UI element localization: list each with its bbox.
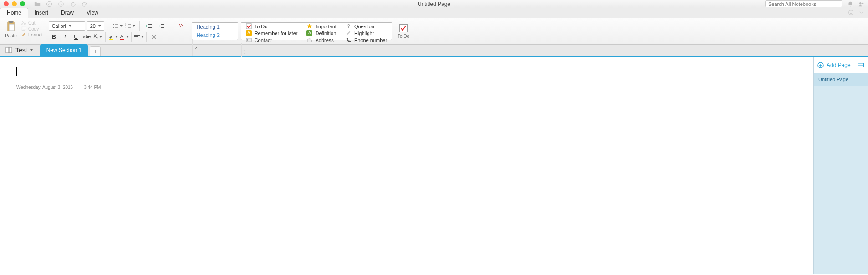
quick-access-toolbar xyxy=(34,1,88,7)
underline-button[interactable]: U xyxy=(71,32,82,42)
delete-x-icon xyxy=(151,34,157,40)
font-color-button[interactable]: A xyxy=(118,32,129,42)
tag-highlight[interactable]: Highlight xyxy=(341,30,392,36)
svg-point-13 xyxy=(113,24,114,25)
cut-label: Cut xyxy=(28,21,36,26)
svg-rect-48 xyxy=(863,63,864,67)
notebook-dropdown[interactable]: Test xyxy=(4,45,37,56)
format-label: Format xyxy=(28,32,43,37)
numbering-icon: 123 xyxy=(125,23,132,29)
svg-rect-42 xyxy=(6,47,9,53)
svg-rect-25 xyxy=(148,24,152,25)
delete-button[interactable] xyxy=(148,32,159,42)
add-section-button[interactable]: + xyxy=(90,46,101,56)
tab-home[interactable]: Home xyxy=(0,8,28,18)
svg-rect-14 xyxy=(115,24,118,24)
tag-address[interactable]: Address xyxy=(302,36,341,43)
tab-view[interactable]: View xyxy=(80,8,105,18)
forward-icon xyxy=(58,1,64,7)
checkbox-icon xyxy=(246,23,252,29)
todo-group: To Do xyxy=(395,20,415,43)
tags-group: To Do ARemember for later Contact Import… xyxy=(241,22,392,40)
window-controls xyxy=(4,1,25,6)
svg-text:3: 3 xyxy=(125,26,127,29)
highlighter-icon xyxy=(108,34,114,40)
clear-formatting-button[interactable]: A xyxy=(175,21,186,31)
copy-button: Copy xyxy=(21,26,43,31)
tag-important[interactable]: Important xyxy=(302,23,341,30)
page-canvas[interactable]: Wednesday, August 3, 2016 3:44 PM xyxy=(0,57,813,274)
svg-point-5 xyxy=(852,12,852,12)
highlight-color-button[interactable] xyxy=(107,32,118,42)
paste-button[interactable]: Paste xyxy=(3,20,19,38)
add-page-button[interactable]: Add Page xyxy=(814,57,868,73)
styles-expand-button[interactable] xyxy=(192,39,199,56)
page-date: Wednesday, August 3, 2016 xyxy=(16,85,73,90)
font-size-value: 20 xyxy=(90,23,96,29)
style-heading2[interactable]: Heading 2 xyxy=(192,31,238,39)
outdent-button[interactable] xyxy=(143,21,154,31)
svg-point-3 xyxy=(849,10,853,15)
svg-point-40 xyxy=(247,39,248,41)
tag-todo[interactable]: To Do xyxy=(241,23,302,30)
chevron-right-icon xyxy=(243,50,247,54)
add-page-label: Add Page xyxy=(827,62,851,68)
section-tab[interactable]: New Section 1 xyxy=(40,44,88,56)
numbered-list-button[interactable]: 123 xyxy=(125,21,136,31)
share-icon[interactable] xyxy=(858,1,864,7)
chevron-down-icon xyxy=(115,36,118,38)
svg-rect-20 xyxy=(128,24,131,24)
svg-rect-32 xyxy=(109,39,113,40)
contact-card-icon xyxy=(246,37,252,43)
svg-point-4 xyxy=(850,12,850,12)
font-size-combo[interactable]: 20 xyxy=(87,21,104,31)
page-list-icon[interactable] xyxy=(858,62,864,68)
tag-label: Question xyxy=(354,24,374,29)
italic-button[interactable]: I xyxy=(60,32,71,42)
feedback-icon[interactable] xyxy=(848,10,854,16)
notifications-icon[interactable] xyxy=(847,1,853,7)
page-title-input[interactable] xyxy=(16,67,117,81)
tag-phone[interactable]: Phone number xyxy=(341,36,392,43)
tag-label: Remember for later xyxy=(255,31,298,36)
back-icon[interactable] xyxy=(46,1,52,7)
align-button[interactable] xyxy=(133,32,144,42)
minimize-window-icon[interactable] xyxy=(12,1,17,6)
maximize-window-icon[interactable] xyxy=(20,1,25,6)
strikethrough-button[interactable]: abe xyxy=(82,32,92,42)
tag-question[interactable]: ?Question xyxy=(341,23,392,30)
todo-button[interactable] xyxy=(399,24,408,32)
copy-icon xyxy=(21,26,26,31)
indent-button[interactable] xyxy=(156,21,167,31)
tab-insert[interactable]: Insert xyxy=(28,8,55,18)
open-file-icon[interactable] xyxy=(34,1,41,7)
scissors-icon xyxy=(21,20,26,26)
phone-icon xyxy=(346,37,352,43)
bold-button[interactable]: B xyxy=(49,32,60,42)
undo-icon[interactable] xyxy=(70,1,76,7)
svg-rect-43 xyxy=(9,47,12,53)
redo-icon[interactable] xyxy=(82,1,88,7)
notebook-name: Test xyxy=(15,47,27,54)
tag-label: Highlight xyxy=(354,31,374,36)
svg-point-15 xyxy=(113,26,114,26)
tag-contact[interactable]: Contact xyxy=(241,36,302,43)
chevron-down-icon xyxy=(30,49,33,51)
tag-definition[interactable]: ADefinition xyxy=(302,30,341,36)
collapse-ribbon-icon[interactable] xyxy=(858,10,864,16)
svg-rect-35 xyxy=(134,35,140,36)
format-painter-button[interactable]: Format xyxy=(21,32,43,37)
outdent-icon xyxy=(146,23,152,29)
close-window-icon[interactable] xyxy=(4,1,9,6)
subscript-button[interactable]: X2 xyxy=(92,32,103,42)
tag-remember[interactable]: ARemember for later xyxy=(241,30,302,36)
chevron-right-icon xyxy=(194,46,198,50)
tab-draw[interactable]: Draw xyxy=(55,8,80,18)
page-list-item[interactable]: Untitled Page xyxy=(814,73,868,86)
window-title: Untitled Page xyxy=(418,1,450,7)
bullet-list-button[interactable] xyxy=(112,21,123,31)
svg-rect-16 xyxy=(115,26,118,26)
style-heading1[interactable]: Heading 1 xyxy=(192,23,238,31)
search-input[interactable] xyxy=(765,0,842,7)
font-name-combo[interactable]: Calibri xyxy=(49,21,85,31)
